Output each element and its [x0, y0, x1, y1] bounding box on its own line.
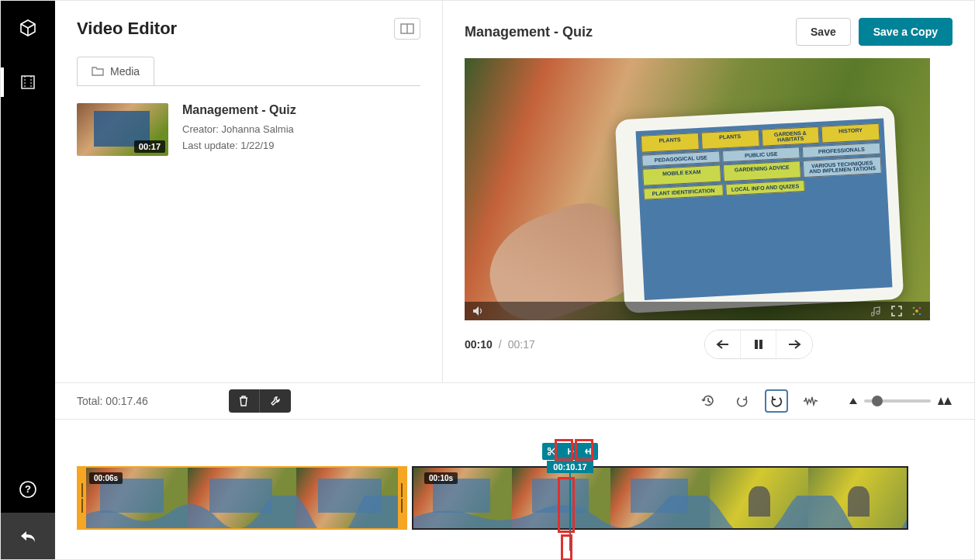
media-title: Management - Quiz [182, 103, 296, 117]
clip1-trim-right[interactable] [398, 468, 406, 528]
page-title: Video Editor [77, 19, 177, 39]
time-separator: / [499, 338, 502, 351]
back-button[interactable] [1, 513, 55, 559]
left-navbar: ? [1, 1, 55, 559]
reply-arrow-icon [19, 529, 36, 543]
save-button[interactable]: Save [796, 18, 851, 46]
tablet-graphic: PLANTS PLANTS GARDENS & HABITATS HISTORY… [615, 105, 904, 313]
music-note-icon [871, 306, 882, 316]
media-metadata: Management - Quiz Creator: Johanna Salmi… [182, 103, 296, 156]
transport-controls [704, 330, 813, 359]
playhead-time: 00:10.17 [547, 461, 593, 473]
svg-text:?: ? [25, 483, 31, 495]
prev-button[interactable] [705, 330, 741, 358]
audio-waveform-2 [413, 496, 908, 528]
media-tabs: Media [77, 57, 420, 86]
brand-button[interactable] [911, 306, 922, 316]
clip1-trim-left[interactable] [78, 468, 86, 528]
history-back-button[interactable] [697, 389, 720, 413]
zoom-controls [849, 396, 953, 406]
waveform-icon [803, 396, 818, 406]
tab-media[interactable]: Media [77, 57, 154, 85]
preview-title: Management - Quiz [465, 24, 593, 40]
set-in-icon [565, 447, 575, 456]
save-copy-button[interactable]: Save a Copy [859, 18, 953, 46]
main-area: Video Editor Media 00:17 [55, 1, 974, 559]
split-button[interactable] [542, 443, 561, 460]
app-root: ? Video Editor Media [0, 0, 975, 560]
sparkle-icon [911, 306, 922, 316]
set-out-button[interactable] [579, 443, 598, 460]
svg-rect-13 [759, 340, 762, 349]
timeline-toolbar: Total: 00:17.46 [55, 383, 974, 420]
volume-icon [472, 306, 485, 316]
pause-button[interactable] [741, 330, 776, 358]
arrow-left-icon [716, 339, 730, 350]
folder-icon [92, 66, 104, 77]
nav-editor-button[interactable] [1, 55, 55, 109]
nav-home-button[interactable] [1, 1, 55, 55]
set-out-icon [584, 447, 593, 456]
layout-toggle-button[interactable] [394, 18, 420, 40]
time-total: 00:17 [508, 338, 535, 351]
next-button[interactable] [776, 330, 812, 358]
zoom-in-button[interactable] [937, 396, 953, 406]
timeline-clip-1[interactable]: 00:06s [77, 466, 407, 530]
timeline[interactable]: 00:06s 00:10s 00:10.17 [55, 420, 974, 559]
pause-icon [753, 339, 764, 350]
thumbnail-duration: 00:17 [134, 140, 165, 153]
zoom-out-button[interactable] [849, 397, 858, 405]
wrench-icon [270, 396, 281, 406]
svg-point-10 [919, 313, 921, 316]
triangles-icon [937, 396, 953, 406]
media-list-item[interactable]: 00:17 Management - Quiz Creator: Johanna… [77, 103, 420, 156]
scissors-icon [547, 447, 556, 456]
right-panel: Management - Quiz Save Save a Copy PLANT… [443, 1, 974, 382]
time-current: 00:10 [465, 338, 493, 351]
undo-icon [769, 394, 783, 408]
cube-icon [19, 19, 37, 37]
left-panel: Video Editor Media 00:17 [55, 1, 443, 382]
media-thumbnail: 00:17 [77, 103, 168, 156]
clip2-duration-badge: 00:10s [424, 472, 458, 484]
svg-rect-0 [22, 76, 34, 88]
triangle-small-icon [849, 397, 858, 405]
columns-icon [400, 23, 414, 34]
help-button[interactable]: ? [1, 466, 55, 513]
redo-icon [735, 394, 749, 408]
zoom-slider-thumb[interactable] [872, 396, 883, 406]
trash-icon [238, 396, 249, 406]
expand-icon [891, 306, 902, 316]
help-icon: ? [19, 481, 36, 498]
captions-button[interactable] [871, 306, 882, 316]
video-preview[interactable]: PLANTS PLANTS GARDENS & HABITATS HISTORY… [465, 58, 930, 320]
clip-action-buttons [229, 389, 291, 413]
tab-media-label: Media [110, 65, 140, 78]
fullscreen-button[interactable] [891, 306, 902, 316]
svg-point-8 [913, 307, 915, 309]
total-duration-label: Total: 00:17.46 [77, 395, 148, 407]
media-creator: Creator: Johanna Salmia [182, 122, 296, 138]
clip1-duration-badge: 00:06s [89, 472, 123, 484]
delete-clip-button[interactable] [229, 389, 260, 413]
undo-button[interactable] [765, 389, 788, 413]
time-transport-row: 00:10 / 00:17 [465, 330, 953, 359]
volume-button[interactable] [472, 306, 485, 316]
upper-panels: Video Editor Media 00:17 [55, 1, 974, 383]
svg-point-7 [915, 309, 918, 313]
timeline-clip-2[interactable]: 00:10s [412, 466, 908, 530]
playhead-line[interactable] [569, 473, 571, 551]
redo-button[interactable] [731, 389, 754, 413]
media-last-update: Last update: 1/22/19 [182, 138, 296, 154]
zoom-slider[interactable] [864, 399, 931, 403]
history-icon [701, 394, 715, 408]
waveform-toggle-button[interactable] [799, 389, 822, 413]
filmstrip-icon [20, 74, 36, 90]
edit-clip-button[interactable] [260, 389, 291, 413]
set-in-button[interactable] [561, 443, 579, 460]
playhead-tools [542, 443, 598, 460]
svg-rect-12 [755, 340, 758, 349]
audio-waveform-1 [78, 496, 407, 528]
arrow-right-icon [787, 339, 801, 350]
playhead[interactable]: 00:10.17 [542, 443, 598, 551]
